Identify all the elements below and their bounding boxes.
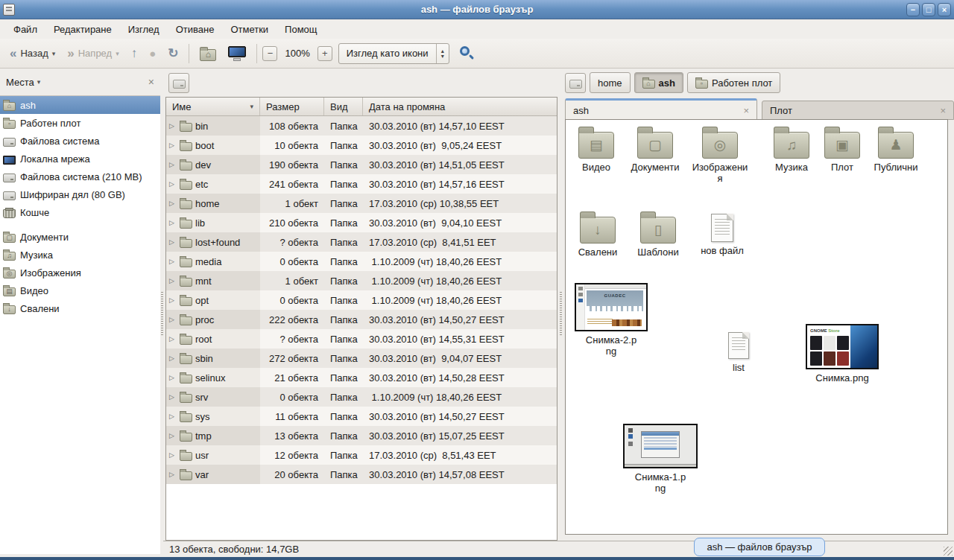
- table-row[interactable]: ▷ opt 0 обекта Папка 1.10.2009 (чт) 18,4…: [166, 290, 557, 310]
- folder-item[interactable]: ▯ Шаблони: [628, 211, 688, 258]
- home-button[interactable]: [195, 42, 221, 65]
- expander-icon[interactable]: ▷: [169, 161, 177, 168]
- tab-desktop[interactable]: Плот ×: [762, 101, 954, 120]
- expander-icon[interactable]: ▷: [169, 180, 177, 188]
- folder-item[interactable]: ▢ Документи: [625, 126, 686, 173]
- expander-icon[interactable]: ▷: [169, 277, 177, 284]
- table-row[interactable]: ▷ etc 241 обекта Папка 30.03.2010 (вт) 1…: [166, 174, 557, 194]
- stop-button[interactable]: ●: [144, 44, 161, 63]
- menu-item[interactable]: Редактиране: [46, 22, 119, 37]
- expander-icon[interactable]: ▷: [169, 354, 177, 362]
- expander-icon[interactable]: ▷: [169, 335, 177, 343]
- breadcrumb-desktop-button[interactable]: ▫ Работен плот: [687, 72, 780, 93]
- expander-icon[interactable]: ▷: [169, 141, 177, 149]
- sidebar-item-trash[interactable]: Кошче: [0, 203, 160, 221]
- table-row[interactable]: ▷ dev 190 обекта Папка 30.03.2010 (вт) 1…: [166, 155, 557, 174]
- zoom-out-button[interactable]: −: [262, 46, 277, 61]
- sidebar-bookmark-item[interactable]: ▢ Документи: [0, 228, 160, 246]
- expander-icon[interactable]: ▷: [169, 451, 177, 459]
- resize-grip[interactable]: [944, 547, 953, 556]
- sidebar-item-filesystem[interactable]: Файлова система: [0, 132, 160, 150]
- expander-icon[interactable]: ▷: [169, 219, 177, 226]
- sidebar-close-icon[interactable]: ×: [148, 76, 154, 88]
- table-row[interactable]: ▷ selinux 21 обекта Папка 30.03.2010 (вт…: [166, 368, 557, 387]
- expander-icon[interactable]: ▷: [169, 393, 177, 401]
- table-row[interactable]: ▷ sbin 272 обекта Папка 30.03.2010 (вт) …: [166, 349, 557, 368]
- menu-item[interactable]: Помощ: [277, 22, 324, 37]
- table-row[interactable]: ▷ lib 210 обекта Папка 30.03.2010 (вт) 9…: [166, 213, 557, 232]
- sidebar-item-encrypted-80gb[interactable]: Шифриран дял (80 GB): [0, 185, 160, 203]
- column-header-name[interactable]: Име ▾: [166, 98, 260, 115]
- breadcrumb-ash-button[interactable]: ⌂ ash: [634, 72, 683, 93]
- forward-button[interactable]: » Напред ▾: [62, 44, 124, 63]
- maximize-button[interactable]: □: [922, 3, 935, 16]
- up-button[interactable]: ↑: [126, 44, 143, 63]
- expander-icon[interactable]: ▷: [169, 316, 177, 323]
- table-row[interactable]: ▷ srv 0 обекта Папка 1.10.2009 (чт) 18,4…: [166, 387, 557, 407]
- expander-icon[interactable]: ▷: [169, 200, 177, 207]
- file-item-new-file[interactable]: нов файл: [692, 214, 752, 256]
- reload-button[interactable]: ↻: [162, 44, 183, 63]
- table-row[interactable]: ▷ bin 108 обекта Папка 30.03.2010 (вт) 1…: [166, 116, 557, 136]
- table-row[interactable]: ▷ root ? обекта Папка 30.03.2010 (вт) 14…: [166, 329, 557, 349]
- places-selector[interactable]: Места ▾: [6, 77, 148, 88]
- sidebar-item-desktop[interactable]: ▫ Работен плот: [0, 114, 160, 132]
- column-header-date[interactable]: Дата на промяна: [363, 98, 557, 115]
- breadcrumb-home-button[interactable]: home: [590, 72, 631, 93]
- sidebar-bookmark-item[interactable]: ♫ Музика: [0, 246, 160, 264]
- image-item-shot2[interactable]: GUADEC Снимка-2.png: [575, 283, 648, 357]
- folder-item[interactable]: ↓ Свалени: [568, 211, 628, 258]
- tab-ash[interactable]: ash ×: [565, 98, 757, 120]
- menu-item[interactable]: Файл: [6, 22, 45, 37]
- table-row[interactable]: ▷ tmp 13 обекта Папка 30.03.2010 (вт) 15…: [166, 426, 557, 445]
- computer-button[interactable]: [223, 42, 251, 65]
- back-history-caret-icon[interactable]: ▾: [52, 50, 56, 57]
- expander-icon[interactable]: ▷: [169, 374, 177, 381]
- sidebar-item-network[interactable]: Локална мрежа: [0, 150, 160, 168]
- close-button[interactable]: ×: [938, 3, 951, 16]
- expander-icon[interactable]: ▷: [169, 471, 177, 478]
- titlebar[interactable]: ash — файлов браузър − □ ×: [0, 0, 954, 19]
- expander-icon[interactable]: ▷: [169, 296, 177, 304]
- search-icon[interactable]: [460, 46, 475, 61]
- pane-splitter[interactable]: [160, 69, 164, 557]
- root-breadcrumb-button[interactable]: [565, 73, 586, 93]
- expander-icon[interactable]: ▷: [169, 258, 177, 265]
- minimize-button[interactable]: −: [906, 3, 920, 16]
- table-row[interactable]: ▷ home 1 обект Папка 17.03.2010 (ср) 10,…: [166, 194, 557, 213]
- table-row[interactable]: ▷ boot 10 обекта Папка 30.03.2010 (вт) 9…: [166, 136, 557, 155]
- file-item-list[interactable]: list: [718, 332, 759, 373]
- table-row[interactable]: ▷ var 20 обекта Папка 30.03.2010 (вт) 14…: [166, 465, 557, 484]
- sidebar-item-home[interactable]: ⌂ ash: [0, 96, 160, 114]
- tab-close-icon[interactable]: ×: [743, 105, 749, 116]
- view-mode-select[interactable]: Изглед като икони ▴▾: [338, 43, 449, 64]
- sidebar-item-filesystem-210mb[interactable]: Файлова система (210 MB): [0, 168, 160, 185]
- tab-close-icon[interactable]: ×: [940, 105, 946, 116]
- menu-item[interactable]: Изглед: [121, 22, 167, 37]
- zoom-in-button[interactable]: +: [318, 46, 332, 61]
- combo-spin-icon[interactable]: ▴▾: [436, 44, 449, 63]
- image-item-shot1[interactable]: Снимка-1.png: [623, 424, 698, 494]
- column-header-size[interactable]: Размер: [260, 98, 324, 115]
- expander-icon[interactable]: ▷: [169, 432, 177, 439]
- expander-icon[interactable]: ▷: [169, 122, 177, 130]
- expander-icon[interactable]: ▷: [169, 238, 177, 246]
- table-row[interactable]: ▷ lost+found ? обекта Папка 17.03.2010 (…: [166, 232, 557, 252]
- column-header-type[interactable]: Вид: [324, 98, 363, 115]
- table-row[interactable]: ▷ proc 222 обекта Папка 30.03.2010 (вт) …: [166, 310, 557, 329]
- sidebar-bookmark-item[interactable]: ◎ Изображения: [0, 264, 160, 281]
- back-button[interactable]: « Назад ▾: [4, 44, 60, 63]
- table-row[interactable]: ▷ sys 11 обекта Папка 30.03.2010 (вт) 14…: [166, 407, 557, 426]
- folder-item[interactable]: ♟ Публични: [865, 126, 926, 173]
- expander-icon[interactable]: ▷: [169, 413, 177, 420]
- menu-item[interactable]: Отиване: [168, 22, 222, 37]
- folder-item[interactable]: ◎ Изображения: [689, 126, 751, 184]
- root-breadcrumb-button[interactable]: [168, 73, 189, 93]
- table-row[interactable]: ▷ usr 12 обекта Папка 17.03.2010 (ср) 8,…: [166, 445, 557, 465]
- menu-item[interactable]: Отметки: [223, 22, 276, 37]
- folder-item[interactable]: ▤ Видео: [566, 126, 627, 173]
- image-item-shot[interactable]: GNOME Store Снимка.png: [806, 324, 879, 384]
- sidebar-bookmark-item[interactable]: ▤ Видео: [0, 281, 160, 299]
- table-row[interactable]: ▷ media 0 обекта Папка 1.10.2009 (чт) 18…: [166, 252, 557, 271]
- table-row[interactable]: ▷ mnt 1 обект Папка 1.10.2009 (чт) 18,40…: [166, 271, 557, 290]
